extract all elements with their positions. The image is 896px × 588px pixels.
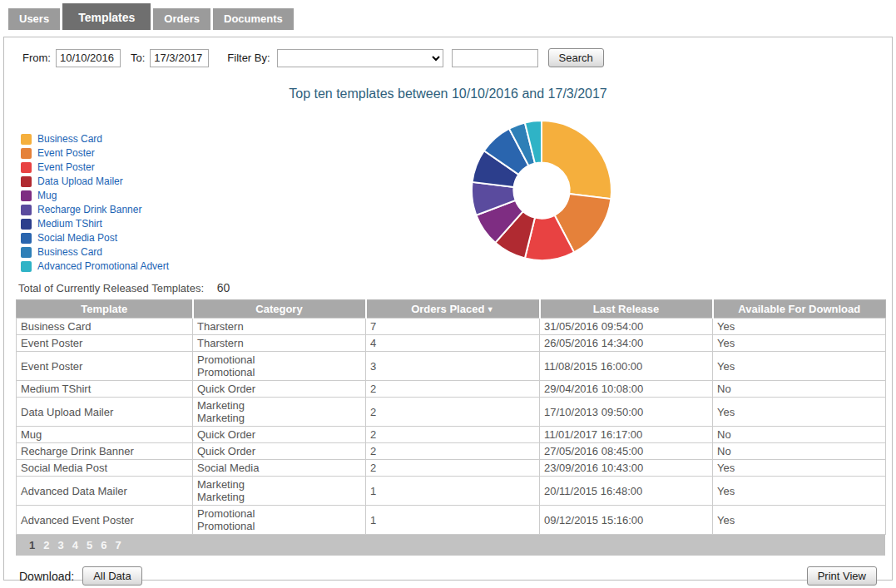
cell-last_release: 17/10/2013 09:50:00 (540, 398, 713, 427)
tab-bar: UsersTemplatesOrdersDocuments (0, 0, 896, 30)
cell-available: No (713, 427, 886, 443)
cell-last_release: 29/04/2016 10:08:00 (540, 381, 713, 398)
column-header-last_release[interactable]: Last Release (540, 300, 713, 319)
legend-item[interactable]: Mug (21, 190, 169, 201)
cell-orders: 2 (366, 460, 540, 477)
legend-label: Mug (37, 190, 57, 201)
to-date-input[interactable] (150, 49, 209, 67)
tab-documents[interactable]: Documents (213, 8, 294, 30)
tab-orders[interactable]: Orders (153, 8, 210, 30)
cell-template: Event Poster (17, 335, 193, 352)
legend-item[interactable]: Advanced Promotional Advert (21, 260, 169, 272)
filter-bar: From: To: Filter By: Search (4, 37, 892, 75)
cell-orders: 3 (366, 352, 540, 381)
legend-item[interactable]: Medium TShirt (21, 218, 169, 230)
filter-by-select[interactable] (277, 49, 443, 67)
legend-item[interactable]: Social Media Post (21, 232, 169, 244)
page-number-5[interactable]: 5 (87, 539, 92, 551)
cell-last_release: 26/05/2016 14:34:00 (540, 335, 713, 352)
cell-template: Advanced Event Poster (17, 506, 193, 535)
legend-swatch-icon (21, 134, 32, 145)
page-number-2[interactable]: 2 (43, 539, 49, 551)
cell-last_release: 11/01/2017 16:17:00 (540, 427, 713, 443)
legend-swatch-icon (21, 247, 32, 258)
cell-category: Quick Order (193, 381, 366, 398)
cell-template: Recharge Drink Banner (17, 443, 193, 460)
chart-region: Business CardEvent PosterEvent PosterDat… (4, 101, 892, 264)
column-header-category[interactable]: Category (193, 300, 366, 319)
column-header-available[interactable]: Available For Download (713, 300, 886, 319)
page-number-7[interactable]: 7 (115, 539, 121, 551)
table-row: Advanced Data MailerMarketing Marketing1… (17, 477, 886, 506)
cell-available: Yes (713, 335, 886, 352)
from-date-input[interactable] (56, 49, 121, 67)
page-number-1[interactable]: 1 (29, 539, 35, 551)
legend-label: Social Media Post (37, 232, 117, 244)
all-data-button[interactable]: All Data (82, 566, 142, 586)
donut-chart (469, 118, 614, 263)
legend-label: Medium TShirt (37, 218, 102, 230)
legend-swatch-icon (21, 233, 32, 244)
pie-slice[interactable] (542, 121, 611, 199)
legend-swatch-icon (21, 190, 32, 201)
cell-last_release: 11/08/2015 16:00:00 (540, 352, 713, 381)
column-header-orders[interactable]: Orders Placed ▼ (366, 300, 540, 319)
cell-category: Promotional Promotional (193, 506, 366, 535)
cell-category: Marketing Marketing (193, 477, 366, 506)
table-row: MugQuick Order211/01/2017 16:17:00No (17, 427, 886, 443)
chart-legend: Business CardEvent PosterEvent PosterDat… (21, 133, 169, 274)
search-button[interactable]: Search (548, 48, 604, 67)
page-number-4[interactable]: 4 (72, 539, 78, 551)
legend-swatch-icon (21, 176, 32, 187)
search-input[interactable] (452, 49, 538, 67)
table-row: Event PosterPromotional Promotional311/0… (17, 352, 886, 381)
cell-template: Medium TShirt (17, 381, 193, 398)
legend-swatch-icon (21, 219, 32, 230)
column-header-template[interactable]: Template (17, 300, 193, 319)
legend-item[interactable]: Data Upload Mailer (21, 175, 169, 187)
summary-line: Total of Currently Released Templates: 6… (18, 281, 892, 294)
cell-orders: 2 (366, 443, 540, 460)
legend-item[interactable]: Event Poster (21, 147, 169, 159)
cell-available: Yes (713, 398, 886, 427)
summary-label: Total of Currently Released Templates: (18, 282, 204, 294)
legend-label: Advanced Promotional Advert (37, 260, 169, 272)
print-view-button[interactable]: Print View (807, 566, 877, 586)
cell-orders: 1 (366, 506, 540, 535)
cell-category: Tharstern (193, 319, 366, 335)
cell-orders: 1 (366, 477, 540, 506)
page-number-3[interactable]: 3 (57, 539, 63, 551)
cell-available: No (713, 381, 886, 398)
table-body: Business CardTharstern731/05/2016 09:54:… (17, 319, 886, 535)
cell-last_release: 27/05/2016 08:45:00 (540, 443, 713, 460)
from-label: From: (22, 52, 51, 64)
legend-swatch-icon (21, 162, 32, 173)
cell-orders: 2 (366, 427, 540, 443)
tab-templates[interactable]: Templates (62, 3, 151, 30)
cell-last_release: 31/05/2016 09:54:00 (540, 319, 713, 335)
legend-item[interactable]: Event Poster (21, 161, 169, 173)
to-label: To: (131, 52, 145, 64)
legend-item[interactable]: Business Card (21, 133, 169, 145)
cell-template: Advanced Data Mailer (17, 477, 193, 506)
cell-template: Business Card (17, 319, 193, 335)
table-row: Social Media PostSocial Media223/09/2016… (17, 460, 886, 477)
main-panel: From: To: Filter By: Search Top ten temp… (3, 37, 893, 581)
cell-category: Quick Order (193, 443, 366, 460)
page-number-6[interactable]: 6 (101, 539, 106, 551)
cell-category: Promotional Promotional (193, 352, 366, 381)
cell-orders: 2 (366, 398, 540, 427)
legend-swatch-icon (21, 205, 32, 215)
cell-last_release: 20/11/2015 16:48:00 (540, 477, 713, 506)
table-header-row: TemplateCategoryOrders Placed ▼Last Rele… (17, 300, 886, 319)
chart-title: Top ten templates between 10/10/2016 and… (4, 86, 892, 101)
table-row: Advanced Event PosterPromotional Promoti… (17, 506, 886, 535)
download-label: Download: (19, 570, 74, 583)
table-row: Data Upload MailerMarketing Marketing217… (17, 398, 886, 427)
tab-users[interactable]: Users (8, 8, 60, 30)
legend-item[interactable]: Business Card (21, 246, 169, 258)
donut-svg (469, 118, 614, 263)
legend-item[interactable]: Recharge Drink Banner (21, 204, 169, 215)
legend-label: Data Upload Mailer (37, 175, 123, 187)
cell-orders: 7 (366, 319, 540, 335)
